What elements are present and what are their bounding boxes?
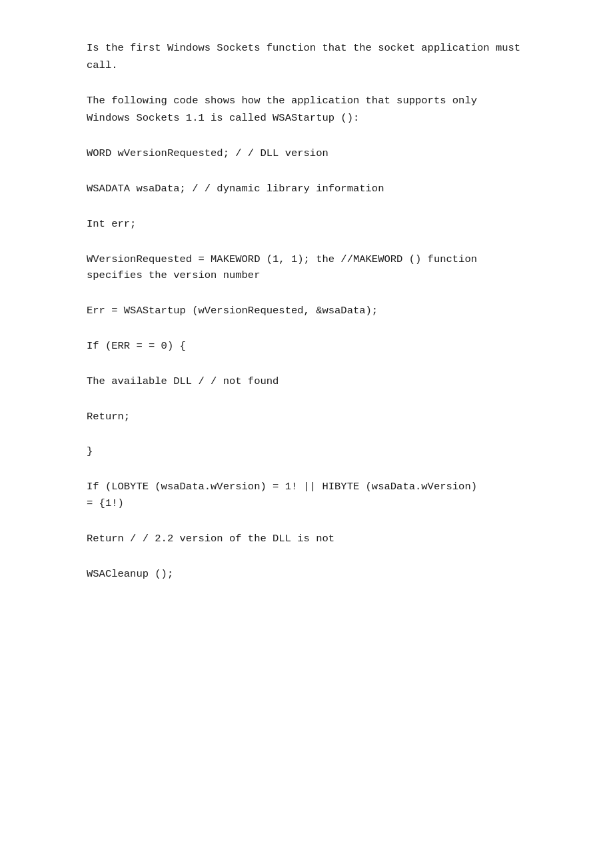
content-block-close-brace: } <box>87 443 526 460</box>
code-text-int-decl: Int err; <box>87 216 526 233</box>
content-block-dll-not-found: The available DLL / / not found <box>87 373 526 390</box>
code-text-wsadata-decl: WSADATA wsaData; / / dynamic library inf… <box>87 181 526 197</box>
content-block-word-decl: WORD wVersionRequested; / / DLL version <box>87 145 526 162</box>
content-block-wsacleanup: WSACleanup (); <box>87 566 526 583</box>
code-text-if-err: If (ERR = = 0) { <box>87 338 526 355</box>
content-block-wsadata-decl: WSADATA wsaData; / / dynamic library inf… <box>87 181 526 197</box>
content-block-makeword: WVersionRequested = MAKEWORD (1, 1); the… <box>87 251 526 285</box>
code-text-wsacleanup: WSACleanup (); <box>87 566 526 583</box>
content-block-if-err: If (ERR = = 0) { <box>87 338 526 355</box>
content-block-int-decl: Int err; <box>87 216 526 233</box>
code-text-wsastartup-call: Err = WSAStartup (wVersionRequested, &ws… <box>87 303 526 319</box>
content-block-if-lobyte: If (LOBYTE (wsaData.wVersion) = 1! || HI… <box>87 479 526 512</box>
code-text-word-decl: WORD wVersionRequested; / / DLL version <box>87 145 526 162</box>
content-block-desc: The following code shows how the applica… <box>87 93 526 127</box>
prose-text-intro: Is the first Windows Sockets function th… <box>87 40 526 74</box>
code-text-if-lobyte: If (LOBYTE (wsaData.wVersion) = 1! || HI… <box>87 479 526 512</box>
content-block-return-stmt: Return; <box>87 409 526 425</box>
code-text-return-dll: Return / / 2.2 version of the DLL is not <box>87 531 526 547</box>
code-text-makeword: WVersionRequested = MAKEWORD (1, 1); the… <box>87 251 526 285</box>
code-text-dll-not-found: The available DLL / / not found <box>87 373 526 390</box>
code-text-return-stmt: Return; <box>87 409 526 425</box>
prose-text-desc: The following code shows how the applica… <box>87 93 526 127</box>
code-text-close-brace: } <box>87 443 526 460</box>
main-content: Is the first Windows Sockets function th… <box>87 40 526 582</box>
content-block-wsastartup-call: Err = WSAStartup (wVersionRequested, &ws… <box>87 303 526 319</box>
content-block-return-dll: Return / / 2.2 version of the DLL is not <box>87 531 526 547</box>
content-block-intro: Is the first Windows Sockets function th… <box>87 40 526 74</box>
